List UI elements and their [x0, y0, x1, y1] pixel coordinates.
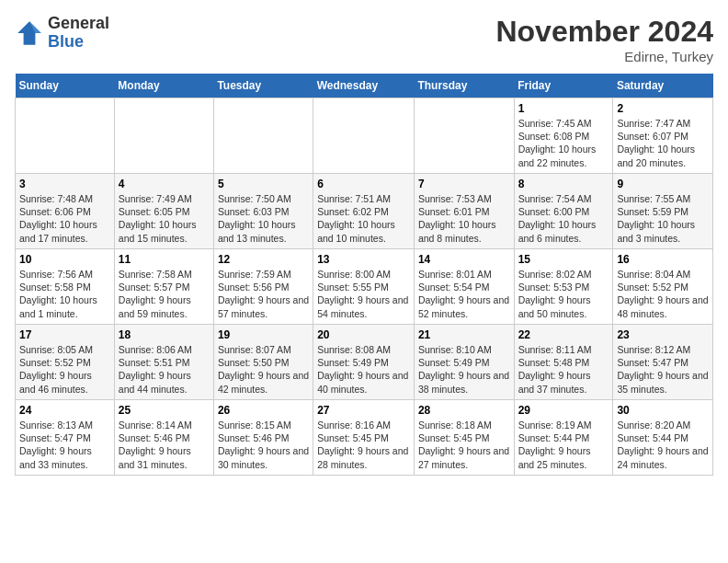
day-info: Sunrise: 8:20 AM Sunset: 5:44 PM Dayligh…: [617, 419, 709, 471]
day-info: Sunrise: 7:55 AM Sunset: 5:59 PM Dayligh…: [617, 192, 709, 245]
day-info: Sunrise: 7:48 AM Sunset: 6:06 PM Dayligh…: [19, 192, 110, 245]
day-info: Sunrise: 8:01 AM Sunset: 5:54 PM Dayligh…: [418, 268, 510, 320]
day-info: Sunrise: 7:54 AM Sunset: 6:00 PM Dayligh…: [518, 192, 609, 245]
weekday-header-friday: Friday: [514, 74, 613, 98]
day-number: 28: [418, 404, 510, 417]
page-header: General Blue November 2024 Edirne, Turke…: [15, 15, 713, 64]
calendar-cell: [213, 98, 313, 174]
day-number: 18: [119, 328, 210, 341]
calendar-cell: 20Sunrise: 8:08 AM Sunset: 5:49 PM Dayli…: [313, 325, 415, 400]
day-info: Sunrise: 8:13 AM Sunset: 5:47 PM Dayligh…: [19, 419, 110, 471]
day-info: Sunrise: 8:19 AM Sunset: 5:44 PM Dayligh…: [518, 419, 609, 471]
day-info: Sunrise: 8:08 AM Sunset: 5:49 PM Dayligh…: [317, 343, 410, 396]
calendar-cell: 19Sunrise: 8:07 AM Sunset: 5:50 PM Dayli…: [213, 325, 313, 400]
day-info: Sunrise: 8:12 AM Sunset: 5:47 PM Dayligh…: [617, 343, 709, 396]
day-number: 20: [317, 328, 410, 341]
day-number: 22: [518, 328, 609, 341]
day-info: Sunrise: 7:45 AM Sunset: 6:08 PM Dayligh…: [518, 117, 609, 169]
calendar-cell: 18Sunrise: 8:06 AM Sunset: 5:51 PM Dayli…: [114, 325, 213, 400]
day-info: Sunrise: 8:00 AM Sunset: 5:55 PM Dayligh…: [317, 268, 410, 320]
day-number: 10: [19, 253, 110, 266]
day-number: 23: [617, 328, 709, 341]
day-info: Sunrise: 8:06 AM Sunset: 5:51 PM Dayligh…: [119, 343, 210, 396]
calendar-cell: 14Sunrise: 8:01 AM Sunset: 5:54 PM Dayli…: [414, 249, 514, 325]
weekday-header-tuesday: Tuesday: [213, 74, 313, 98]
day-info: Sunrise: 7:51 AM Sunset: 6:02 PM Dayligh…: [317, 192, 410, 245]
day-number: 8: [518, 178, 609, 190]
day-number: 12: [218, 253, 309, 266]
week-row-5: 24Sunrise: 8:13 AM Sunset: 5:47 PM Dayli…: [16, 400, 713, 476]
calendar-cell: 7Sunrise: 7:53 AM Sunset: 6:01 PM Daylig…: [414, 174, 514, 249]
day-info: Sunrise: 7:53 AM Sunset: 6:01 PM Dayligh…: [418, 192, 510, 245]
logo-icon: [15, 18, 44, 48]
day-number: 1: [518, 102, 609, 115]
calendar-cell: [114, 98, 213, 174]
weekday-header-wednesday: Wednesday: [313, 74, 415, 98]
weekday-header-sunday: Sunday: [16, 74, 115, 98]
day-number: 19: [218, 328, 309, 341]
day-number: 15: [518, 253, 609, 266]
calendar-body: 1Sunrise: 7:45 AM Sunset: 6:08 PM Daylig…: [16, 98, 713, 476]
calendar-cell: [16, 98, 115, 174]
calendar-cell: 24Sunrise: 8:13 AM Sunset: 5:47 PM Dayli…: [16, 400, 115, 476]
logo-blue: Blue: [48, 33, 109, 52]
day-info: Sunrise: 7:49 AM Sunset: 6:05 PM Dayligh…: [119, 192, 210, 245]
logo-general: General: [48, 15, 109, 33]
calendar-cell: [414, 98, 514, 174]
day-number: 14: [418, 253, 510, 266]
calendar-cell: 8Sunrise: 7:54 AM Sunset: 6:00 PM Daylig…: [514, 174, 613, 249]
month-title: November 2024: [495, 15, 713, 49]
day-info: Sunrise: 7:47 AM Sunset: 6:07 PM Dayligh…: [617, 117, 709, 169]
calendar-cell: 26Sunrise: 8:15 AM Sunset: 5:46 PM Dayli…: [213, 400, 313, 476]
day-info: Sunrise: 7:50 AM Sunset: 6:03 PM Dayligh…: [218, 192, 309, 245]
calendar-cell: 21Sunrise: 8:10 AM Sunset: 5:49 PM Dayli…: [414, 325, 514, 400]
day-number: 11: [119, 253, 210, 266]
day-info: Sunrise: 8:11 AM Sunset: 5:48 PM Dayligh…: [518, 343, 609, 396]
calendar-cell: 4Sunrise: 7:49 AM Sunset: 6:05 PM Daylig…: [114, 174, 213, 249]
calendar-cell: 1Sunrise: 7:45 AM Sunset: 6:08 PM Daylig…: [514, 98, 613, 174]
day-number: 4: [119, 178, 210, 190]
week-row-1: 1Sunrise: 7:45 AM Sunset: 6:08 PM Daylig…: [16, 98, 713, 174]
day-number: 9: [617, 178, 709, 190]
calendar-cell: 5Sunrise: 7:50 AM Sunset: 6:03 PM Daylig…: [213, 174, 313, 249]
calendar-cell: 30Sunrise: 8:20 AM Sunset: 5:44 PM Dayli…: [613, 400, 713, 476]
calendar-cell: 27Sunrise: 8:16 AM Sunset: 5:45 PM Dayli…: [313, 400, 415, 476]
location: Edirne, Turkey: [495, 49, 713, 64]
day-number: 24: [19, 404, 110, 417]
day-info: Sunrise: 8:15 AM Sunset: 5:46 PM Dayligh…: [218, 419, 309, 471]
calendar-cell: 6Sunrise: 7:51 AM Sunset: 6:02 PM Daylig…: [313, 174, 415, 249]
day-number: 7: [418, 178, 510, 190]
day-number: 21: [418, 328, 510, 341]
day-number: 17: [19, 328, 110, 341]
day-info: Sunrise: 8:14 AM Sunset: 5:46 PM Dayligh…: [119, 419, 210, 471]
day-info: Sunrise: 8:07 AM Sunset: 5:50 PM Dayligh…: [218, 343, 309, 396]
weekday-header-row: SundayMondayTuesdayWednesdayThursdayFrid…: [16, 74, 713, 98]
calendar-cell: 17Sunrise: 8:05 AM Sunset: 5:52 PM Dayli…: [16, 325, 115, 400]
day-info: Sunrise: 8:02 AM Sunset: 5:53 PM Dayligh…: [518, 268, 609, 320]
day-number: 25: [119, 404, 210, 417]
day-number: 16: [617, 253, 709, 266]
day-number: 2: [617, 102, 709, 115]
day-info: Sunrise: 7:58 AM Sunset: 5:57 PM Dayligh…: [119, 268, 210, 320]
day-number: 6: [317, 178, 410, 190]
calendar-cell: 23Sunrise: 8:12 AM Sunset: 5:47 PM Dayli…: [613, 325, 713, 400]
title-area: November 2024 Edirne, Turkey: [495, 15, 713, 64]
day-number: 26: [218, 404, 309, 417]
day-number: 5: [218, 178, 309, 190]
calendar-cell: 3Sunrise: 7:48 AM Sunset: 6:06 PM Daylig…: [16, 174, 115, 249]
day-info: Sunrise: 8:16 AM Sunset: 5:45 PM Dayligh…: [317, 419, 410, 471]
day-number: 3: [19, 178, 110, 190]
calendar-cell: 28Sunrise: 8:18 AM Sunset: 5:45 PM Dayli…: [414, 400, 514, 476]
day-info: Sunrise: 7:56 AM Sunset: 5:58 PM Dayligh…: [19, 268, 110, 320]
week-row-3: 10Sunrise: 7:56 AM Sunset: 5:58 PM Dayli…: [16, 249, 713, 325]
calendar-cell: 13Sunrise: 8:00 AM Sunset: 5:55 PM Dayli…: [313, 249, 415, 325]
calendar-cell: 11Sunrise: 7:58 AM Sunset: 5:57 PM Dayli…: [114, 249, 213, 325]
day-info: Sunrise: 7:59 AM Sunset: 5:56 PM Dayligh…: [218, 268, 309, 320]
day-number: 29: [518, 404, 609, 417]
day-number: 27: [317, 404, 410, 417]
day-info: Sunrise: 8:18 AM Sunset: 5:45 PM Dayligh…: [418, 419, 510, 471]
weekday-header-monday: Monday: [114, 74, 213, 98]
calendar-cell: 9Sunrise: 7:55 AM Sunset: 5:59 PM Daylig…: [613, 174, 713, 249]
day-info: Sunrise: 8:04 AM Sunset: 5:52 PM Dayligh…: [617, 268, 709, 320]
calendar-cell: 15Sunrise: 8:02 AM Sunset: 5:53 PM Dayli…: [514, 249, 613, 325]
